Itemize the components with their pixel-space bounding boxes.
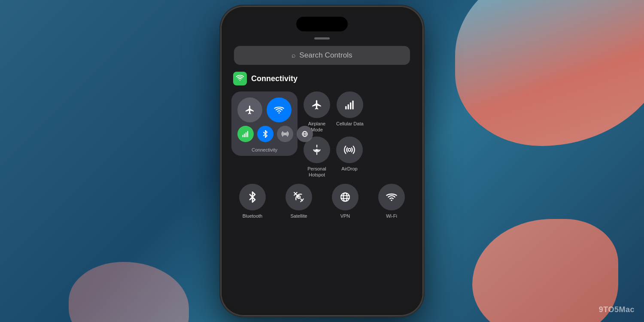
drag-handle (314, 37, 330, 39)
connectivity-section-icon (233, 72, 247, 85)
vpn-small-widget[interactable] (297, 126, 313, 142)
bg-blob-bottom-left (69, 262, 189, 322)
airdrop-small-widget[interactable] (277, 126, 293, 142)
combo-bottom-row (231, 126, 298, 146)
svg-point-1 (279, 112, 280, 114)
bottom-controls-row: Bluetooth (231, 184, 413, 219)
satellite-label: Satellite (290, 213, 307, 219)
right-top-row: Airplane Mode (302, 91, 364, 133)
row-one: Connectivity (231, 91, 413, 178)
satellite-button[interactable] (286, 184, 312, 210)
search-placeholder: Search Controls (299, 51, 352, 60)
controls-grid: Connectivity (231, 91, 413, 219)
combo-top-row (231, 91, 298, 126)
airplane-toggle-widget[interactable] (237, 97, 262, 122)
airplane-mode-button[interactable] (304, 91, 330, 118)
bg-blob-top-right (455, 0, 644, 146)
watermark: 9TO5Mac (599, 305, 635, 314)
svg-rect-5 (247, 131, 248, 137)
svg-rect-10 (345, 106, 346, 109)
connectivity-widget-label: Connectivity (231, 147, 298, 152)
content-area: Connectivity (231, 72, 413, 305)
bg-blob-bottom-right (472, 219, 618, 322)
svg-point-17 (348, 148, 351, 151)
svg-point-0 (240, 80, 240, 81)
phone-screen: ⌕ Search Controls Connectivity (225, 11, 419, 311)
airdrop-button[interactable] (336, 137, 363, 163)
svg-rect-11 (347, 104, 349, 109)
airdrop-label: AirDrop (341, 166, 357, 172)
dynamic-island (296, 17, 348, 31)
svg-rect-12 (350, 103, 351, 109)
svg-rect-4 (246, 132, 246, 137)
svg-point-23 (343, 193, 347, 201)
cellular-toggle-widget[interactable] (237, 126, 254, 142)
wifi-toggle-widget[interactable] (267, 97, 292, 122)
right-bottom-row: Personal Hotspot (302, 137, 364, 178)
cellular-data-label: Cellular Data (336, 121, 364, 127)
connectivity-section-header: Connectivity (231, 72, 413, 85)
cellular-data-item: Cellular Data (336, 91, 364, 133)
bluetooth-toggle-widget[interactable] (257, 126, 273, 142)
search-bar[interactable]: ⌕ Search Controls (234, 46, 410, 65)
personal-hotspot-label: Personal Hotspot (302, 166, 332, 178)
search-icon: ⌕ (292, 52, 296, 59)
wifi-label: Wi-Fi (386, 213, 397, 219)
svg-point-6 (284, 133, 286, 135)
vpn-item: VPN (332, 184, 358, 219)
wifi-button[interactable] (378, 184, 405, 210)
wifi-item: Wi-Fi (378, 184, 405, 219)
svg-point-22 (341, 193, 349, 201)
svg-point-26 (391, 200, 392, 201)
svg-rect-13 (352, 100, 353, 109)
vpn-label: VPN (340, 213, 350, 219)
connectivity-widget[interactable]: Connectivity (231, 91, 298, 156)
bluetooth-item: Bluetooth (239, 184, 266, 219)
svg-rect-3 (244, 134, 245, 137)
airdrop-item: AirDrop (336, 137, 363, 178)
bluetooth-button[interactable] (239, 184, 266, 210)
bluetooth-label: Bluetooth (243, 213, 262, 219)
vpn-button[interactable] (332, 184, 358, 210)
personal-hotspot-item: Personal Hotspot (302, 137, 332, 178)
satellite-item: Satellite (286, 184, 312, 219)
phone-frame: ⌕ Search Controls Connectivity (221, 6, 423, 316)
svg-rect-2 (243, 135, 243, 137)
cellular-data-button[interactable] (337, 91, 363, 118)
section-title: Connectivity (251, 74, 298, 83)
